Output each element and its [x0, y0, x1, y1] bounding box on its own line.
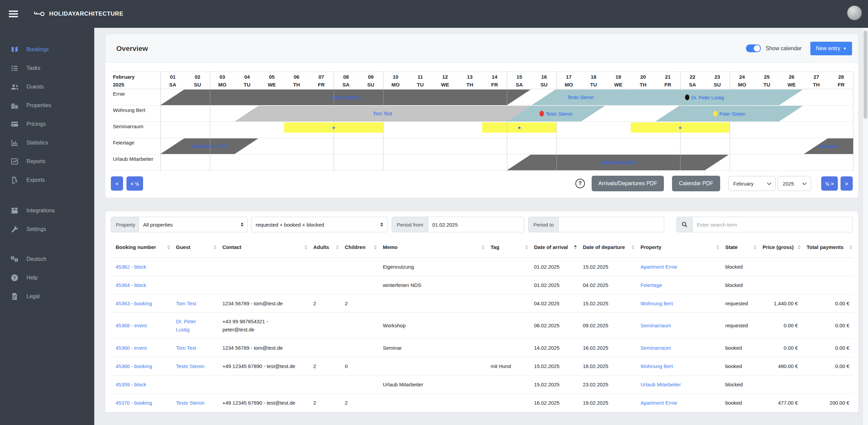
- table-row[interactable]: 45366 - bookingTesto Steron+49 12345 678…: [111, 357, 853, 375]
- link-booking[interactable]: 45368 - event: [116, 323, 147, 328]
- booking-bar-label[interactable]: Peter Green: [713, 111, 745, 117]
- link-guest[interactable]: Testo Steron: [176, 400, 204, 406]
- show-calendar-toggle[interactable]: [746, 44, 761, 52]
- event-star-icon[interactable]: ★: [517, 125, 521, 130]
- sidebar-item-exports[interactable]: Exports: [0, 171, 94, 189]
- people-icon: [10, 82, 19, 91]
- table-row[interactable]: 45360 - eventTom Test1234 56789 - tom@te…: [111, 339, 853, 357]
- cell-price: 480.00 €: [758, 358, 802, 375]
- arrivals-departures-pdf-button[interactable]: Arrivals/Departures PDF: [592, 176, 664, 191]
- building-icon: [10, 101, 19, 110]
- link-booking[interactable]: 45360 - event: [116, 345, 147, 351]
- cell-booking: 45370 - booking: [111, 394, 171, 412]
- booking-bar-label[interactable]: Testo Steron: [567, 95, 594, 100]
- booking-bar-label[interactable]: winterferien NDS: [192, 143, 228, 149]
- sidebar-item-integrations[interactable]: Integrations: [0, 201, 94, 220]
- next-half-month-button[interactable]: ½ >: [821, 176, 838, 191]
- period-from-input[interactable]: [428, 217, 524, 232]
- link-property[interactable]: Seminarraum: [640, 345, 671, 351]
- table-row[interactable]: 45364 - blockwinterferien NDS01.02.20250…: [111, 276, 853, 294]
- sort-icon: [167, 245, 170, 250]
- sidebar-item-deutsch[interactable]: AaDeutsch: [0, 250, 94, 268]
- column-header-tag[interactable]: Tag: [486, 237, 529, 257]
- booking-bar-label[interactable]: Testo Steron: [539, 111, 573, 117]
- column-header-guest[interactable]: Guest: [171, 237, 218, 257]
- link-property[interactable]: Apartment Ernie: [640, 264, 677, 270]
- booking-bar-label[interactable]: karneval: [820, 143, 838, 149]
- sidebar-item-legal[interactable]: Legal: [0, 287, 94, 306]
- sidebar-item-help[interactable]: ?Help: [0, 268, 94, 287]
- help-icon[interactable]: ?: [575, 179, 585, 188]
- table-row[interactable]: 45363 - bookingTom Test1234 56789 - tom@…: [111, 294, 853, 313]
- sidebar-item-label: Statistics: [26, 140, 48, 146]
- period-to-input[interactable]: [558, 217, 664, 232]
- link-property[interactable]: Seminarraum: [640, 323, 671, 328]
- column-header-state[interactable]: State: [721, 237, 758, 257]
- booking-bar-label[interactable]: Urlaub Mitarbeiter: [599, 160, 636, 165]
- link-property[interactable]: Apartment Ernie: [640, 400, 677, 406]
- bar-chart-icon: [10, 138, 19, 147]
- link-guest[interactable]: Tom Test: [176, 345, 196, 351]
- column-header-departure[interactable]: Date of departure: [578, 237, 636, 257]
- link-property[interactable]: Wohnung Bert: [640, 301, 673, 306]
- year-select[interactable]: 2025: [778, 176, 811, 191]
- search-input[interactable]: [692, 217, 853, 232]
- column-header-property[interactable]: Property: [636, 237, 721, 257]
- column-header-arrival[interactable]: Date of arrival: [529, 237, 578, 257]
- hamburger-menu-icon[interactable]: [9, 11, 18, 17]
- calendar-pdf-button[interactable]: Calendar PDF: [672, 176, 720, 191]
- link-property[interactable]: Feiertage: [640, 282, 662, 288]
- link-guest[interactable]: Testo Steron: [176, 363, 204, 369]
- column-header-total[interactable]: Total payments: [802, 237, 853, 257]
- link-property[interactable]: Wohnung Bert: [640, 363, 673, 369]
- sidebar-item-settings[interactable]: Settings: [0, 220, 94, 238]
- booking-bar-label[interactable]: Dr. Peter Lustig: [685, 95, 724, 100]
- prev-half-month-button[interactable]: < ½: [126, 176, 143, 191]
- event-star-icon[interactable]: ★: [678, 125, 682, 130]
- sidebar-item-statistics[interactable]: Statistics: [0, 133, 94, 152]
- booking-bar-label[interactable]: Eigennutzung: [331, 95, 360, 100]
- new-entry-button[interactable]: New entry▼: [810, 42, 852, 55]
- scrollbar-thumb[interactable]: [864, 31, 867, 119]
- property-select[interactable]: All properties: [139, 217, 248, 232]
- column-header-children[interactable]: Children: [340, 237, 378, 257]
- column-header-adults[interactable]: Adults: [309, 237, 340, 257]
- column-header-price[interactable]: Price (gross): [758, 237, 802, 257]
- sidebar-item-pricings[interactable]: Pricings: [0, 115, 94, 133]
- table-row[interactable]: 45368 - eventDr. Peter Lustig+43 99 9876…: [111, 313, 853, 339]
- next-month-button[interactable]: >: [841, 176, 853, 191]
- link-booking[interactable]: 45359 - block: [116, 382, 146, 387]
- table-row[interactable]: 45362 - blockEigennutzung01.02.202515.02…: [111, 258, 853, 276]
- link-guest[interactable]: Tom Test: [176, 301, 196, 306]
- sidebar-item-guests[interactable]: Guests: [0, 77, 94, 96]
- column-header-booking[interactable]: Booking number: [111, 237, 171, 257]
- sidebar-item-tasks[interactable]: Tasks: [0, 59, 94, 77]
- link-property[interactable]: Urlaub Mitarbeiter: [640, 382, 681, 387]
- calendar-day-header: 02SU: [185, 72, 210, 89]
- link-booking[interactable]: 45363 - booking: [116, 301, 152, 306]
- cell-memo: Urlaub Mitarbeiter: [378, 376, 486, 393]
- scrollbar[interactable]: [863, 28, 868, 425]
- table-row[interactable]: 45370 - bookingTesto Steron+49 12345 678…: [111, 394, 853, 412]
- link-booking[interactable]: 45366 - booking: [116, 363, 152, 369]
- sidebar-item-bookings[interactable]: Bookings: [0, 40, 94, 59]
- link-booking[interactable]: 45362 - block: [116, 264, 146, 270]
- column-header-memo[interactable]: Memo: [378, 237, 486, 257]
- table-row[interactable]: 45359 - blockUrlaub Mitarbeiter15.02.202…: [111, 375, 853, 394]
- sidebar-item-properties[interactable]: Properties: [0, 96, 94, 115]
- calendar-day-header: 26WE: [779, 72, 804, 89]
- booking-bar-label[interactable]: Tom Test: [373, 111, 392, 116]
- main-content: Overview Show calendar New entry▼ Februa…: [94, 28, 863, 425]
- state-filter-select[interactable]: requested + booked + blocked: [251, 217, 388, 232]
- cell-adults: 2: [309, 394, 340, 412]
- prev-month-button[interactable]: <: [111, 176, 123, 191]
- sidebar-item-reports[interactable]: Reports: [0, 152, 94, 171]
- link-booking[interactable]: 45370 - booking: [116, 400, 152, 406]
- event-star-icon[interactable]: ★: [332, 125, 336, 130]
- month-select[interactable]: February: [728, 176, 776, 191]
- user-avatar[interactable]: [847, 5, 862, 20]
- column-header-contact[interactable]: Contact: [218, 237, 309, 257]
- link-booking[interactable]: 45364 - block: [116, 282, 146, 288]
- link-guest[interactable]: Dr. Peter Lustig: [176, 318, 196, 332]
- calendar-day-header: 06TH: [284, 72, 309, 89]
